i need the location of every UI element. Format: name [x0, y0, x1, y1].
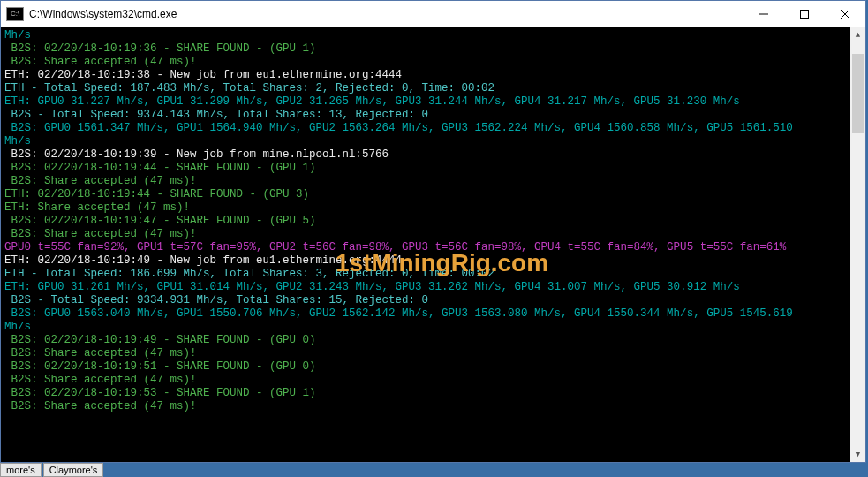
- cmd-window: C:\ C:\Windows\system32\cmd.exe Mh/s B2S…: [0, 0, 866, 463]
- terminal-line: B2S: GPU0 1563.040 Mh/s, GPU1 1550.706 M…: [4, 307, 847, 321]
- terminal-line: B2S: Share accepted (47 ms)!: [4, 228, 847, 241]
- terminal-line: B2S: 02/20/18-10:19:49 - SHARE FOUND - (…: [4, 334, 847, 347]
- terminal-line: B2S: 02/20/18-10:19:39 - New job from mi…: [4, 148, 847, 162]
- terminal-line: B2S: 02/20/18-10:19:44 - SHARE FOUND - (…: [4, 162, 847, 175]
- terminal-line: ETH - Total Speed: 187.483 Mh/s, Total S…: [4, 82, 847, 95]
- terminal-line: B2S: 02/20/18-10:19:36 - SHARE FOUND - (…: [4, 42, 847, 56]
- maximize-button[interactable]: [784, 1, 825, 26]
- close-button[interactable]: [825, 1, 865, 26]
- terminal-line: B2S: Share accepted (47 ms)!: [4, 374, 847, 387]
- terminal-line: ETH: 02/20/18-10:19:49 - New job from eu…: [4, 254, 847, 268]
- minimize-icon: [759, 10, 768, 19]
- maximize-icon: [800, 10, 809, 19]
- terminal-line: GPU0 t=55C fan=92%, GPU1 t=57C fan=95%, …: [4, 241, 847, 254]
- terminal-line: B2S - Total Speed: 9334.931 Mh/s, Total …: [4, 294, 847, 307]
- scroll-down-arrow-icon[interactable]: ▼: [850, 447, 865, 462]
- terminal-line: B2S: 02/20/18-10:19:51 - SHARE FOUND - (…: [4, 360, 847, 374]
- terminal-line: B2S: GPU0 1561.347 Mh/s, GPU1 1564.940 M…: [4, 122, 847, 135]
- scroll-up-arrow-icon[interactable]: ▲: [850, 27, 865, 42]
- terminal-line: B2S - Total Speed: 9374.143 Mh/s, Total …: [4, 109, 847, 122]
- svg-rect-1: [801, 10, 809, 18]
- content-area: Mh/s B2S: 02/20/18-10:19:36 - SHARE FOUN…: [1, 27, 865, 462]
- terminal-line: Mh/s: [4, 135, 847, 148]
- window-title: C:\Windows\system32\cmd.exe: [29, 8, 743, 20]
- taskbar-item[interactable]: more's: [0, 463, 42, 477]
- taskbar-fragment: more's Claymore's: [0, 463, 103, 477]
- terminal-line: B2S: Share accepted (47 ms)!: [4, 400, 847, 413]
- terminal-output[interactable]: Mh/s B2S: 02/20/18-10:19:36 - SHARE FOUN…: [1, 27, 850, 462]
- terminal-line: Mh/s: [4, 321, 847, 334]
- terminal-line: B2S: 02/20/18-10:19:53 - SHARE FOUND - (…: [4, 387, 847, 400]
- taskbar-item[interactable]: Claymore's: [43, 463, 104, 477]
- terminal-line: B2S: Share accepted (47 ms)!: [4, 347, 847, 360]
- vertical-scrollbar[interactable]: ▲ ▼: [850, 27, 865, 462]
- terminal-line: B2S: Share accepted (47 ms)!: [4, 56, 847, 69]
- terminal-line: ETH: Share accepted (47 ms)!: [4, 201, 847, 215]
- terminal-line: ETH: GPU0 31.227 Mh/s, GPU1 31.299 Mh/s,…: [4, 95, 847, 109]
- terminal-line: Mh/s: [4, 29, 847, 42]
- terminal-line: B2S: 02/20/18-10:19:47 - SHARE FOUND - (…: [4, 215, 847, 228]
- terminal-line: ETH: GPU0 31.261 Mh/s, GPU1 31.014 Mh/s,…: [4, 281, 847, 294]
- cmd-icon: C:\: [6, 7, 24, 21]
- terminal-line: ETH - Total Speed: 186.699 Mh/s, Total S…: [4, 268, 847, 281]
- terminal-line: B2S: Share accepted (47 ms)!: [4, 175, 847, 188]
- minimize-button[interactable]: [743, 1, 784, 26]
- window-controls: [743, 1, 865, 26]
- close-icon: [841, 10, 849, 19]
- terminal-line: ETH: 02/20/18-10:19:38 - New job from eu…: [4, 69, 847, 82]
- titlebar[interactable]: C:\ C:\Windows\system32\cmd.exe: [1, 1, 865, 27]
- terminal-line: ETH: 02/20/18-10:19:44 - SHARE FOUND - (…: [4, 188, 847, 201]
- scroll-thumb[interactable]: [852, 54, 864, 133]
